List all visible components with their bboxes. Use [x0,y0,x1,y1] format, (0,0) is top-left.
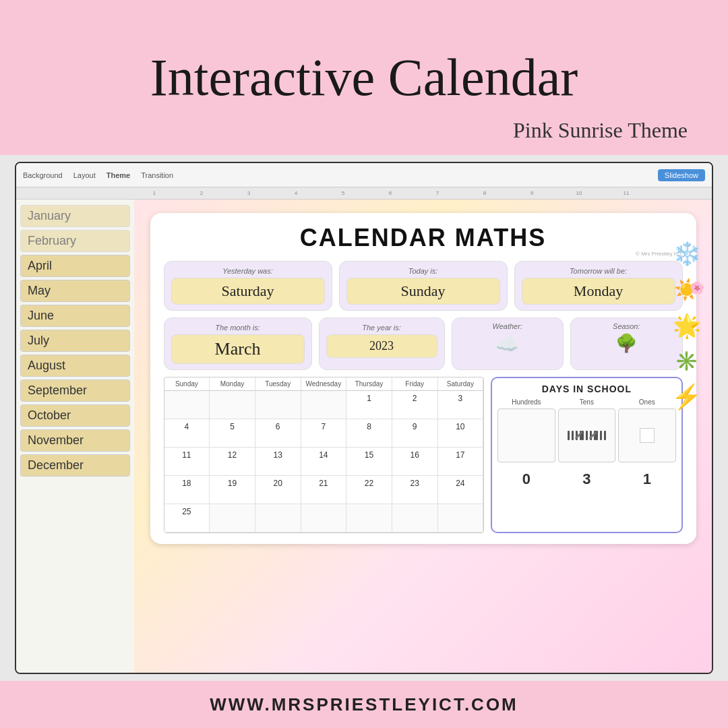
cal-cell-8[interactable]: 8 [346,419,392,448]
ruler-tick: 6 [367,190,414,196]
hundreds-value: 0 [497,468,555,491]
lightning-icon: ⚡ [671,383,702,411]
cal-cell-7[interactable]: 7 [301,419,347,448]
footer-url: WWW.MRSPRIESTLEYICT.COM [210,694,518,715]
month-january[interactable]: January [20,205,130,227]
main-title: Interactive Calendar [150,49,578,107]
month-august[interactable]: August [20,355,130,377]
calendar-lower: Sunday Monday Tuesday Wednesday Thursday… [164,377,683,533]
cal-cell-2[interactable]: 2 [392,391,438,419]
cal-cell [255,504,301,533]
weather-box: Weather: ☁️ [452,317,564,370]
hundreds-label: Hundreds [497,398,555,406]
cal-cell-3[interactable]: 3 [438,391,484,419]
cal-cell [301,391,347,419]
cal-cell [210,391,255,419]
cal-header-friday: Friday [392,377,438,391]
cal-cell-23[interactable]: 23 [392,476,438,504]
ruler-tick: 5 [320,190,367,196]
month-june[interactable]: June [20,305,130,327]
yesterday-value: Saturday [171,278,325,305]
cal-header-monday: Monday [210,377,255,391]
cal-cell-12[interactable]: 12 [210,448,255,476]
days-in-school: DAYS IN SCHOOL Hundreds Tens Ones [491,377,682,533]
ruler: 1 2 3 4 5 6 7 8 9 10 11 [16,187,712,200]
year-label: The year is: [326,324,437,332]
cal-cell-22[interactable]: 22 [346,476,392,504]
cal-cell-10[interactable]: 10 [438,419,484,448]
screenshot-area: Background Layout Theme Transition Slide… [0,155,728,681]
cal-cell-6[interactable]: 6 [255,419,301,448]
slideshow-button[interactable]: Slideshow [658,169,705,181]
cal-header-tuesday: Tuesday [255,377,301,391]
cal-body: 1 2 3 4 5 6 7 8 9 1 [164,391,484,533]
cal-cell-17[interactable]: 17 [438,448,484,476]
weather-icon: ☁️ [458,333,558,355]
cal-cell-25[interactable]: 25 [164,504,210,533]
cal-cell-19[interactable]: 19 [210,476,255,504]
ones-box-inner [640,428,655,443]
year-box: The year is: 2023 [319,317,445,370]
snowflake2-icon: ✳️ [675,350,698,372]
ones-value: 1 [618,468,675,491]
ruler-tick: 3 [225,190,272,196]
laptop-screen: Background Layout Theme Transition Slide… [15,162,713,674]
month-value: March [171,334,305,364]
ruler-tick: 2 [178,190,225,196]
toolbar-layout[interactable]: Layout [73,171,96,179]
cal-cell-21[interactable]: 21 [301,476,347,504]
month-may[interactable]: May [20,280,130,302]
month-april[interactable]: April [20,255,130,277]
cal-cell-1[interactable]: 1 [346,391,392,419]
ruler-tick: 7 [414,190,461,196]
toolbar: Background Layout Theme Transition Slide… [16,163,712,187]
tomorrow-box: Tomorrow will be: Monday [514,261,683,311]
today-value: Sunday [346,278,500,305]
month-february[interactable]: February [20,230,130,252]
toolbar-transition[interactable]: Transition [141,171,173,179]
tally-mark [568,431,570,440]
ruler-tick: 8 [461,190,508,196]
month-october[interactable]: October [20,404,130,427]
ruler-tick: 11 [603,190,650,196]
cal-cell-14[interactable]: 14 [301,448,347,476]
cal-cell-18[interactable]: 18 [164,476,210,504]
cal-header-sunday: Sunday [164,377,210,391]
tally-mark [572,431,574,440]
cal-cell [346,504,392,533]
hto-header: Hundreds Tens Ones [497,398,675,406]
calendar-maths-container: CALENDAR MATHS © Mrs Priestley ICT Yeste… [150,213,696,544]
cal-cell [392,504,438,533]
ruler-tick: 4 [272,190,320,196]
cal-cell-9[interactable]: 9 [392,419,438,448]
cal-cell-11[interactable]: 11 [164,448,210,476]
month-july[interactable]: July [20,330,130,352]
snowflake-icon: ❄️ [673,240,701,267]
toolbar-theme[interactable]: Theme [107,171,130,179]
cal-cell [255,391,301,419]
cal-cell-4[interactable]: 4 [164,419,210,448]
cal-cell [438,504,484,533]
cal-cell-16[interactable]: 16 [392,448,438,476]
cal-cell-20[interactable]: 20 [255,476,301,504]
month-september[interactable]: September [20,380,130,402]
cal-cell-13[interactable]: 13 [255,448,301,476]
cal-cell-24[interactable]: 24 [438,476,484,504]
month-november[interactable]: November [20,429,130,452]
month-december[interactable]: December [20,454,130,477]
cal-cell [164,391,210,419]
month-box: The month is: March [164,317,312,370]
cal-cell-5[interactable]: 5 [210,419,255,448]
tally-mark [600,431,602,440]
ruler-tick: 10 [555,190,603,196]
hto-values: 0 3 1 [497,468,675,491]
toolbar-background[interactable]: Background [23,171,63,179]
ruler-tick: 1 [131,190,178,196]
today-label: Today is: [346,267,500,275]
months-sidebar: January February April May June July Aug… [16,200,134,673]
day-row: Yesterday was: Saturday Today is: Sunday… [164,261,683,311]
slide-area: January February April May June July Aug… [16,200,712,673]
sun2-icon: 🌟 [673,312,701,339]
cal-cell-15[interactable]: 15 [346,448,392,476]
tens-box [558,408,615,462]
